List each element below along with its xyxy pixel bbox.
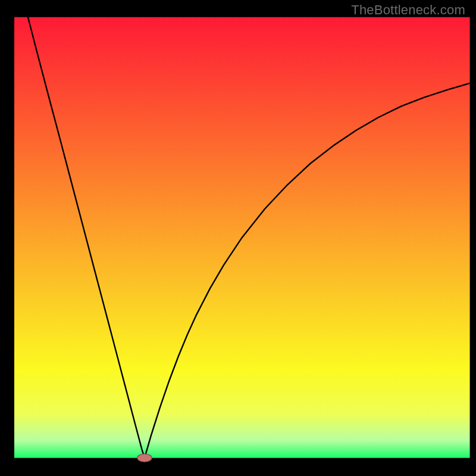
bottleneck-plot	[0, 0, 476, 476]
optimal-marker	[137, 454, 152, 462]
chart-frame: { "watermark": "TheBottleneck.com", "col…	[0, 0, 476, 476]
